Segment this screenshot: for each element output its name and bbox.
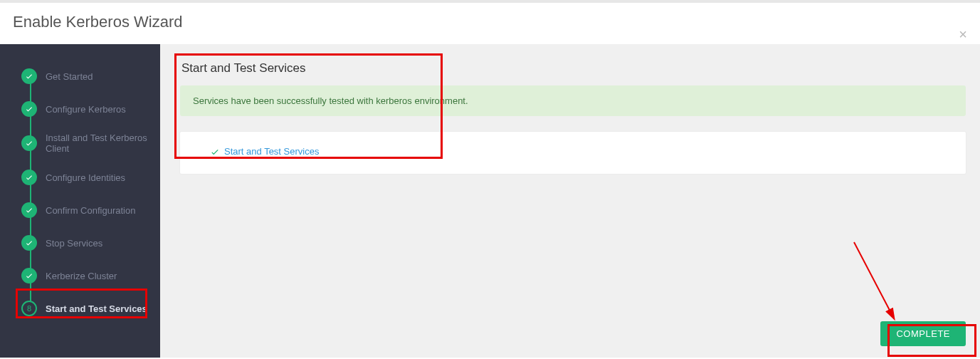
task-row[interactable]: Start and Test Services [210, 146, 946, 157]
step-get-started[interactable]: Get Started [0, 60, 160, 93]
step-label: Kerberize Cluster [46, 271, 150, 281]
check-icon [21, 202, 37, 218]
step-stop-services[interactable]: Stop Services [0, 227, 160, 259]
step-number-icon: 8 [21, 301, 37, 316]
step-configure-kerberos[interactable]: Configure Kerberos [0, 93, 160, 125]
step-label: Start and Test Services [46, 303, 150, 314]
check-icon [21, 135, 37, 151]
step-kerberize-cluster[interactable]: Kerberize Cluster [0, 259, 160, 292]
wizard-header: Enable Kerberos Wizard × [0, 3, 980, 44]
wizard-main-panel: Start and Test Services Services have be… [160, 44, 980, 358]
task-link[interactable]: Start and Test Services [224, 146, 319, 157]
step-label: Install and Test Kerberos Client [46, 132, 150, 154]
check-icon [21, 68, 37, 84]
step-label: Confirm Configuration [46, 205, 150, 216]
step-confirm-configuration[interactable]: Confirm Configuration [0, 194, 160, 227]
check-icon [21, 268, 37, 283]
step-label: Stop Services [46, 238, 150, 249]
task-panel: Start and Test Services [180, 132, 966, 174]
step-label: Configure Identities [46, 172, 150, 183]
step-start-test-services[interactable]: 8 Start and Test Services [0, 292, 160, 325]
step-install-test-client[interactable]: Install and Test Kerberos Client [0, 125, 160, 161]
step-configure-identities[interactable]: Configure Identities [0, 161, 160, 194]
success-alert: Services have been successfully tested w… [180, 85, 966, 116]
check-icon [21, 101, 37, 117]
success-alert-text: Services have been successfully tested w… [193, 95, 468, 106]
check-icon [21, 235, 37, 251]
check-icon [21, 170, 37, 185]
complete-button[interactable]: COMPLETE [880, 321, 966, 346]
step-label: Configure Kerberos [46, 104, 150, 115]
step-label: Get Started [46, 71, 150, 82]
wizard-step-list: Get Started Configure Kerberos Install a… [0, 60, 160, 325]
wizard-title: Enable Kerberos Wizard [13, 13, 964, 31]
check-icon [210, 147, 220, 157]
panel-title: Start and Test Services [181, 61, 966, 76]
wizard-body: Get Started Configure Kerberos Install a… [0, 44, 980, 358]
close-icon[interactable]: × [959, 27, 967, 41]
wizard-sidebar: Get Started Configure Kerberos Install a… [0, 44, 160, 358]
wizard-footer: COMPLETE [180, 316, 966, 346]
